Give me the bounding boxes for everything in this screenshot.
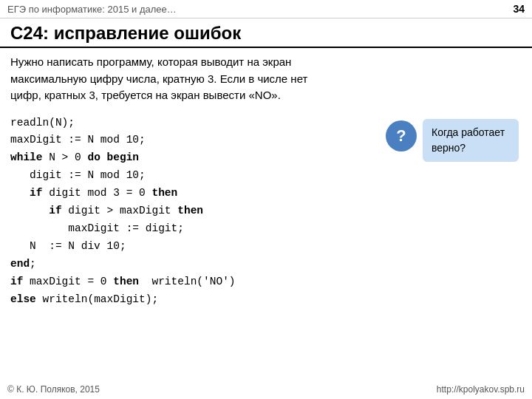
desc-line-1: Нужно написать программу, которая выводи…: [10, 55, 291, 68]
code-line-4: digit := N mod 10;: [10, 167, 522, 185]
code-line-6: if digit > maxDigit then: [10, 202, 522, 220]
code-line-10: if maxDigit = 0 then writeln('NO'): [10, 273, 522, 291]
header-subtitle: ЕГЭ по информатике: 2015 и далее…: [7, 4, 177, 15]
code-line-5: if digit mod 3 = 0 then: [10, 185, 522, 202]
slide-number: 34: [513, 3, 525, 15]
code-line-11: else writeln(maxDigit);: [10, 291, 522, 309]
code-line-9: end;: [10, 256, 522, 273]
tooltip-line-2: верно?: [432, 142, 466, 154]
description-block: Нужно написать программу, которая выводи…: [0, 48, 532, 112]
code-line-8: N := N div 10;: [10, 238, 522, 256]
question-mark-icon: ?: [386, 120, 417, 151]
desc-line-3: цифр, кратных 3, требуется на экран выве…: [10, 89, 281, 101]
tooltip-line-1: Когда работает: [432, 126, 505, 138]
desc-line-2: максимальную цифру числа, кратную 3. Есл…: [10, 72, 307, 85]
tooltip-bubble: ? Когда работает верно?: [386, 119, 519, 162]
page-title: С24: исправление ошибок: [10, 23, 241, 43]
footer-url: http://kpolyakov.spb.ru: [437, 384, 525, 395]
code-line-7: maxDigit := digit;: [10, 220, 522, 238]
tooltip-text: Когда работает верно?: [423, 119, 519, 162]
footer-copyright: © К. Ю. Поляков, 2015: [7, 384, 100, 395]
